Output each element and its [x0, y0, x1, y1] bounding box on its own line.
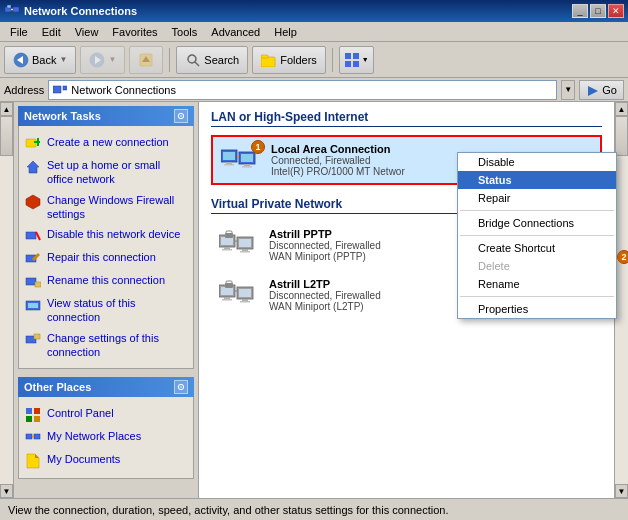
- views-arrow: ▼: [362, 56, 369, 63]
- other-places-section: Other Places ⊙ Control Panel: [18, 377, 194, 479]
- scroll-thumb[interactable]: [0, 116, 13, 156]
- sidebar-item-rename[interactable]: Rename this connection: [23, 270, 189, 293]
- folders-label: Folders: [280, 54, 317, 66]
- sidebar-item-view-status[interactable]: View status of this connection: [23, 293, 189, 328]
- maximize-button[interactable]: □: [590, 4, 606, 18]
- svg-rect-19: [63, 86, 67, 90]
- network-tasks-body: Create a new connection Set up a home or…: [18, 126, 194, 369]
- folders-button[interactable]: Folders: [252, 46, 326, 74]
- toolbar-separator-2: [332, 48, 333, 72]
- badge-2: 2: [617, 250, 628, 264]
- ctx-shortcut[interactable]: Create Shortcut: [458, 239, 616, 257]
- search-label: Search: [204, 54, 239, 66]
- svg-rect-56: [224, 247, 230, 249]
- change-settings-icon: [25, 332, 41, 348]
- menu-favorites[interactable]: Favorites: [106, 25, 163, 39]
- svg-rect-57: [222, 249, 232, 251]
- astrill-l2tp-icon: [219, 279, 259, 311]
- rename-label: Rename this connection: [47, 273, 165, 287]
- ctx-repair[interactable]: Repair: [458, 189, 616, 207]
- search-button[interactable]: Search: [176, 46, 248, 74]
- svg-rect-51: [244, 164, 250, 166]
- ctx-properties[interactable]: Properties: [458, 300, 616, 318]
- content-scroll-up[interactable]: ▲: [615, 102, 628, 116]
- sidebar-item-change-firewall[interactable]: Change Windows Firewall settings: [23, 190, 189, 225]
- ctx-rename[interactable]: Rename: [458, 275, 616, 293]
- svg-rect-1: [13, 7, 19, 12]
- svg-line-11: [195, 62, 199, 66]
- search-icon: [185, 52, 201, 68]
- address-dropdown[interactable]: ▼: [561, 80, 575, 100]
- svg-rect-36: [26, 408, 32, 414]
- toolbar: Back ▼ ▼ Search Folders: [0, 42, 628, 78]
- address-bar: Address Network Connections ▼ Go: [0, 78, 628, 102]
- my-network-label: My Network Places: [47, 429, 141, 443]
- svg-rect-48: [224, 164, 234, 166]
- back-icon: [13, 52, 29, 68]
- svg-rect-13: [261, 55, 268, 58]
- svg-rect-46: [223, 152, 235, 160]
- svg-rect-52: [242, 166, 252, 168]
- go-button[interactable]: Go: [579, 80, 624, 100]
- svg-rect-30: [26, 278, 36, 285]
- scroll-up-arrow[interactable]: ▲: [0, 102, 13, 116]
- badge-1: 1: [251, 140, 265, 154]
- network-tasks-collapse[interactable]: ⊙: [174, 109, 188, 123]
- menu-file[interactable]: File: [4, 25, 34, 39]
- sidebar-item-control-panel[interactable]: Control Panel: [23, 403, 189, 426]
- menu-help[interactable]: Help: [268, 25, 303, 39]
- ctx-bridge[interactable]: Bridge Connections: [458, 214, 616, 232]
- scroll-track: [0, 116, 13, 484]
- forward-icon: [89, 52, 105, 68]
- svg-rect-40: [26, 434, 32, 439]
- go-icon: [586, 83, 600, 97]
- other-places-header[interactable]: Other Places ⊙: [18, 377, 194, 397]
- title-bar-controls[interactable]: _ □ ✕: [572, 4, 624, 18]
- other-places-body: Control Panel My Network Places My: [18, 397, 194, 479]
- views-button[interactable]: ▼: [339, 46, 374, 74]
- network-tasks-header[interactable]: Network Tasks ⊙: [18, 106, 194, 126]
- svg-rect-39: [34, 416, 40, 422]
- svg-rect-14: [345, 53, 351, 59]
- content-scroll-thumb[interactable]: [615, 116, 628, 156]
- sidebar-item-repair[interactable]: Repair this connection: [23, 247, 189, 270]
- svg-rect-70: [239, 289, 251, 297]
- svg-marker-43: [27, 454, 39, 468]
- svg-rect-64: [225, 233, 233, 238]
- content-scroll-down[interactable]: ▼: [615, 484, 628, 498]
- close-button[interactable]: ✕: [608, 4, 624, 18]
- svg-rect-66: [221, 287, 233, 295]
- sidebar-item-disable-network[interactable]: Disable this network device: [23, 224, 189, 247]
- up-button[interactable]: [129, 46, 163, 74]
- svg-rect-60: [242, 249, 248, 251]
- back-button[interactable]: Back ▼: [4, 46, 76, 74]
- menu-edit[interactable]: Edit: [36, 25, 67, 39]
- minimize-button[interactable]: _: [572, 4, 588, 18]
- sidebar-item-create-new[interactable]: Create a new connection: [23, 132, 189, 155]
- views-icon: [344, 52, 360, 68]
- my-documents-icon: [25, 453, 41, 469]
- firewall-icon: [25, 194, 41, 210]
- menu-advanced[interactable]: Advanced: [205, 25, 266, 39]
- sidebar-item-change-settings[interactable]: Change settings of this connection: [23, 328, 189, 363]
- scroll-down-arrow[interactable]: ▼: [0, 484, 13, 498]
- ctx-disable[interactable]: Disable: [458, 153, 616, 171]
- disable-network-label: Disable this network device: [47, 227, 180, 241]
- control-panel-icon: [25, 407, 41, 423]
- other-places-collapse[interactable]: ⊙: [174, 380, 188, 394]
- menu-view[interactable]: View: [69, 25, 105, 39]
- ctx-status[interactable]: Status: [458, 171, 616, 189]
- left-scrollbar[interactable]: ▲ ▼: [0, 102, 14, 498]
- menu-tools[interactable]: Tools: [166, 25, 204, 39]
- sidebar-item-my-network[interactable]: My Network Places: [23, 426, 189, 449]
- sidebar-item-my-documents[interactable]: My Documents: [23, 449, 189, 472]
- svg-rect-33: [28, 303, 38, 308]
- local-area-icon: 1: [221, 144, 261, 176]
- forward-button[interactable]: ▼: [80, 46, 125, 74]
- status-bar: View the connection, duration, speed, ac…: [0, 498, 628, 520]
- svg-rect-15: [353, 53, 359, 59]
- svg-marker-25: [26, 195, 40, 209]
- main-area: ▲ ▼ Network Tasks ⊙ Create a new connect…: [0, 102, 628, 498]
- svg-rect-16: [345, 61, 351, 67]
- sidebar-item-setup-home[interactable]: Set up a home or small office network: [23, 155, 189, 190]
